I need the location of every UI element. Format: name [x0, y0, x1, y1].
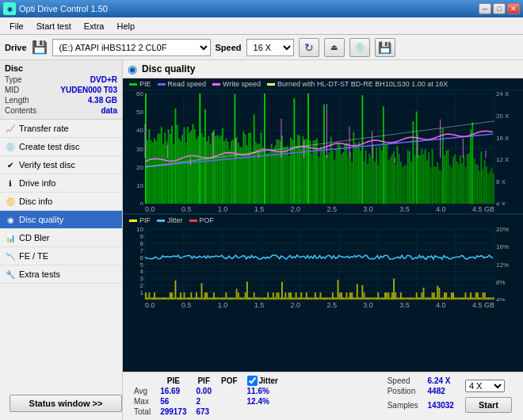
fe-te-icon: 📉 [5, 250, 16, 262]
legend-read-speed: Read speed [158, 80, 207, 88]
legend-jitter: Jitter [157, 216, 183, 224]
sidebar-item-disc-quality[interactable]: ◉ Disc quality [0, 211, 122, 229]
close-button[interactable]: ✕ [507, 3, 520, 14]
legend-pof-label: POF [200, 216, 215, 224]
disc-mid-label: MID [5, 86, 19, 94]
menu-bar: File Start test Extra Help [0, 17, 523, 35]
stats-max-label: Max [129, 396, 155, 407]
burned-color-dot [267, 83, 275, 86]
app-icon: ◉ [3, 2, 16, 15]
start-test-button[interactable]: Start [465, 397, 512, 413]
sidebar-item-cd-bler[interactable]: 📊 CD Bler [0, 229, 122, 247]
drive-info-icon: ℹ [5, 178, 16, 189]
sidebar-item-disc-info[interactable]: 📀 Disc info [0, 193, 122, 211]
stats-row-avg: Avg 16.69 0.00 11.6% [129, 386, 283, 396]
sidebar-item-verify-test-disc[interactable]: ✔ Verify test disc [0, 156, 122, 174]
stats-max-jitter: 12.4% [242, 396, 283, 407]
stats-row-max: Max 56 2 12.4% [129, 396, 283, 407]
disc-mid-row: MID YUDEN000 T03 [5, 85, 117, 95]
legend-write-speed: Write speed [212, 80, 261, 88]
chart1-container [123, 90, 523, 205]
speed-select[interactable]: 16 X [246, 39, 294, 56]
verify-disc-icon: ✔ [5, 159, 16, 170]
dq-header-icon: ◉ [128, 63, 137, 75]
speed-right-label: Speed [383, 376, 423, 386]
refresh-button[interactable]: ↻ [299, 38, 319, 57]
main-area: Disc Type DVD+R MID YUDEN000 T03 Length … [0, 60, 523, 420]
speed-label: Speed [216, 43, 242, 52]
sidebar-nav: 📈 Transfer rate 💿 Create test disc ✔ Ver… [0, 120, 122, 284]
stats-total-label: Total [129, 407, 155, 417]
stats-bar: PIE PIF POF Jitter Avg 16.69 0. [123, 372, 523, 420]
window-title: Opti Drive Control 1.50 [19, 4, 479, 13]
sidebar-item-extra-tests[interactable]: 🔧 Extra tests [0, 265, 122, 284]
disc-section-title: Disc [5, 63, 117, 73]
drive-label: Drive [5, 43, 27, 52]
menu-start-test[interactable]: Start test [30, 20, 78, 32]
write-speed-color-dot [212, 83, 220, 86]
stats-avg-pof [216, 386, 242, 396]
status-window-button[interactable]: Status window >> [10, 395, 122, 412]
sidebar-label-transfer-rate: Transfer rate [19, 124, 69, 133]
sidebar-label-extra-tests: Extra tests [19, 269, 60, 279]
stats-total-pif: 673 [192, 407, 216, 417]
create-disc-icon: 💿 [5, 141, 16, 152]
menu-help[interactable]: Help [110, 20, 141, 32]
legend-read-speed-label: Read speed [168, 80, 207, 88]
sidebar-label-disc-quality: Disc quality [19, 215, 63, 224]
chart2-container [123, 226, 523, 301]
disc-info-icon: 📀 [5, 196, 16, 207]
save-button[interactable]: 💾 [375, 38, 395, 57]
jitter-checkbox[interactable] [247, 376, 258, 386]
legend-bottom: PIF Jitter POF [123, 214, 523, 226]
sidebar-label-disc-info: Disc info [19, 197, 52, 206]
menu-file[interactable]: File [3, 20, 30, 32]
disc-contents-row: Contents data [5, 105, 117, 116]
position-label: Position [383, 386, 423, 396]
x-axis-labels-2: 0.0 0.5 1.0 1.5 2.0 2.5 3.0 3.5 4.0 4.5 … [123, 301, 523, 309]
sidebar: Disc Type DVD+R MID YUDEN000 T03 Length … [0, 60, 123, 420]
sidebar-label-create-disc: Create test disc [19, 142, 79, 151]
stats-avg-label: Avg [129, 386, 155, 396]
stats-avg-jitter: 11.6% [242, 386, 283, 396]
test-speed-select[interactable]: 4 X 2 X8 X [465, 380, 505, 392]
eject-button[interactable]: ⏏ [324, 38, 345, 57]
disc-info-section: Disc Type DVD+R MID YUDEN000 T03 Length … [0, 60, 122, 120]
sidebar-label-cd-bler: CD Bler [19, 233, 50, 242]
disc-button[interactable]: 💿 [349, 38, 370, 57]
pie-color-dot [129, 83, 137, 86]
maximize-button[interactable]: □ [493, 3, 506, 14]
menu-extra[interactable]: Extra [78, 20, 111, 32]
stats-header-pif: PIF [192, 376, 216, 386]
stats-header-empty [129, 376, 155, 386]
disc-length-row: Length 4.38 GB [5, 95, 117, 105]
chart1-canvas [123, 90, 523, 205]
sidebar-item-fe-te[interactable]: 📉 FE / TE [0, 247, 122, 265]
legend-burned: Burned with HL-DT-ST BD-RE BH10LS30 1.00… [267, 80, 448, 88]
stats-header-jitter: Jitter [242, 376, 283, 386]
sidebar-item-create-test-disc[interactable]: 💿 Create test disc [0, 138, 122, 156]
sidebar-item-transfer-rate[interactable]: 📈 Transfer rate [0, 120, 122, 138]
drive-select[interactable]: (E:) ATAPI iHBS112 2 CL0F [52, 39, 211, 56]
x-axis-labels-1: 0.0 0.5 1.0 1.5 2.0 2.5 3.0 3.5 4.0 4.5 … [123, 205, 523, 214]
stats-total-jitter [242, 407, 283, 417]
samples-label: Samples [383, 396, 423, 414]
cd-bler-icon: 📊 [5, 232, 16, 243]
legend-jitter-label: Jitter [167, 216, 183, 224]
chart2-canvas [123, 226, 523, 301]
drive-icon: 💾 [32, 40, 48, 55]
minimize-button[interactable]: ─ [479, 3, 491, 14]
stats-total-pof [216, 407, 242, 417]
extra-tests-icon: 🔧 [5, 269, 16, 280]
samples-val: 143032 [423, 396, 459, 414]
speed-right-val: 6.24 X [423, 376, 459, 386]
stats-max-pif: 2 [192, 396, 216, 407]
legend-write-speed-label: Write speed [223, 80, 261, 88]
drive-bar: Drive 💾 (E:) ATAPI iHBS112 2 CL0F Speed … [0, 35, 523, 60]
sidebar-item-drive-info[interactable]: ℹ Drive info [0, 174, 122, 193]
legend-burned-label: Burned with HL-DT-ST BD-RE BH10LS30 1.00… [277, 80, 448, 88]
stats-total-pie: 299173 [155, 407, 191, 417]
position-val: 4482 [423, 386, 459, 396]
sidebar-label-drive-info: Drive info [19, 178, 55, 188]
legend-pif: PIF [129, 216, 151, 224]
